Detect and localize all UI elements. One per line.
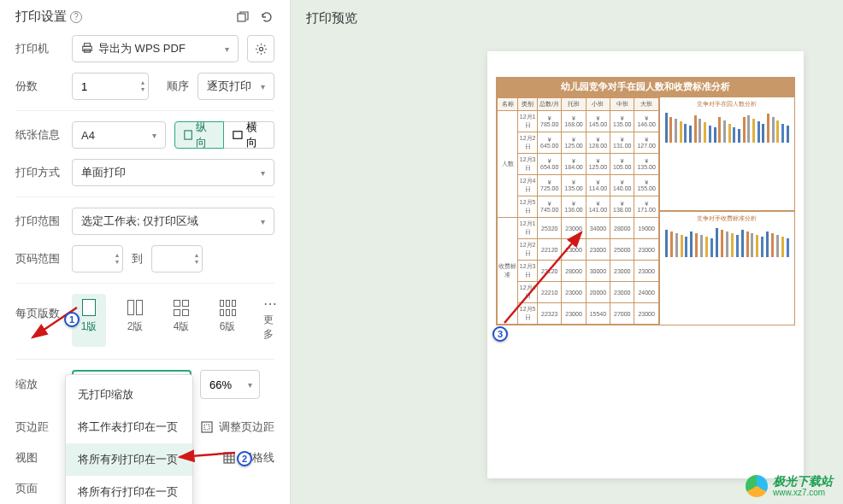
chevron-down-icon: ▾ [261, 82, 265, 91]
chevron-down-icon: ▾ [152, 131, 156, 140]
more-icon: ⋯ [263, 299, 277, 309]
zoom-dropdown: 无打印缩放 将工作表打印在一页 将所有列打印在一页 将所有行打印在一页 [65, 374, 193, 504]
svg-rect-0 [238, 14, 245, 21]
paper-label: 纸张信息 [15, 127, 63, 143]
copies-input[interactable]: 1 ▴▾ [72, 73, 149, 100]
print-mode-select[interactable]: 单面打印 ▾ [72, 159, 274, 186]
print-range-label: 打印范围 [15, 214, 63, 229]
page-to-label: 到 [132, 251, 143, 267]
paper-size-select[interactable]: A4 ▾ [72, 121, 166, 149]
page-range-label: 页码范围 [15, 251, 63, 267]
page-label: 页面 [15, 481, 63, 496]
panel-title: 打印设置 ? [15, 9, 82, 25]
order-label: 顺序 [167, 79, 189, 94]
preview-title: 打印预览 [291, 0, 843, 37]
zoom-option-cols[interactable]: 将所有列打印在一页 [66, 443, 192, 476]
page-to-input[interactable]: ▴▾ [151, 245, 203, 273]
help-icon[interactable]: ? [70, 11, 82, 23]
print-mode-label: 打印方式 [15, 165, 63, 180]
refresh-icon[interactable] [259, 9, 274, 25]
page-from-input[interactable]: ▴▾ [72, 245, 123, 273]
preview-page: 幼儿园竞争对手在园人数和收费标准分析 名称类别 总数/月托班 小班中班 大班 人… [487, 51, 804, 478]
chevron-down-icon: ▾ [248, 380, 252, 390]
svg-point-4 [259, 47, 262, 50]
zoom-option-none[interactable]: 无打印缩放 [66, 378, 192, 411]
svg-rect-5 [185, 131, 192, 139]
chart-fees: 竞争对手收费标准分析 [660, 211, 795, 325]
svg-rect-7 [202, 422, 212, 432]
zoom-percent-select[interactable]: 66% ▾ [200, 370, 260, 399]
svg-rect-8 [204, 425, 209, 430]
view-label: 视图 [15, 450, 63, 466]
layout-label: 每页版数 [15, 294, 63, 321]
zoom-label: 缩放 [15, 377, 63, 392]
svg-rect-6 [233, 132, 242, 138]
document-title: 幼儿园竞争对手在园人数和收费标准分析 [496, 77, 795, 97]
restore-icon[interactable] [235, 9, 251, 25]
document-table: 名称类别 总数/月托班 小班中班 大班 人数12月1日¥ 785.00¥ 168… [496, 97, 660, 325]
copies-label: 份数 [15, 79, 63, 94]
annotation-marker-3: 3 [492, 326, 508, 342]
spinner-down-icon[interactable]: ▾ [141, 86, 144, 93]
printer-label: 打印机 [15, 41, 63, 56]
chart-population: 竞争对手在园人数分析 [660, 97, 795, 211]
chevron-down-icon: ▾ [261, 168, 265, 178]
order-select[interactable]: 逐页打印 ▾ [197, 73, 274, 100]
chevron-down-icon: ▾ [225, 44, 229, 54]
annotation-marker-1: 1 [64, 312, 80, 327]
margins-label: 页边距 [15, 419, 63, 435]
svg-rect-9 [224, 453, 234, 463]
landscape-button[interactable]: 横向 [224, 121, 274, 149]
watermark-logo-icon [746, 475, 768, 497]
zoom-option-rows[interactable]: 将所有行打印在一页 [66, 476, 192, 504]
layout-more-button[interactable]: ⋯ 更多 [256, 294, 284, 347]
printer-icon [81, 42, 93, 56]
layout-2-button[interactable]: 2版 [118, 294, 152, 347]
adjust-margins-button[interactable]: 调整页边距 [200, 419, 274, 435]
annotation-marker-2: 2 [237, 451, 252, 466]
chevron-down-icon: ▾ [261, 217, 265, 226]
zoom-option-sheet[interactable]: 将工作表打印在一页 [66, 411, 192, 443]
portrait-button[interactable]: 纵向 [174, 121, 224, 149]
printer-settings-button[interactable] [247, 35, 274, 62]
print-range-select[interactable]: 选定工作表; 仅打印区域 ▾ [72, 208, 274, 235]
printer-select[interactable]: 导出为 WPS PDF ▾ [72, 35, 239, 62]
layout-6-button[interactable]: 6版 [210, 294, 245, 347]
watermark: 极光下载站 www.xz7.com [746, 475, 833, 497]
layout-4-button[interactable]: 4版 [164, 294, 198, 347]
